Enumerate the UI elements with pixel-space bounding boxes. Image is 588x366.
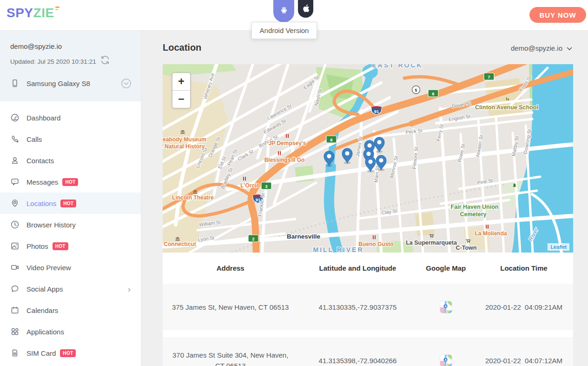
sidebar-item-label: Applications (26, 328, 64, 336)
sidebar-item-video-preview[interactable]: Video Preview (0, 257, 141, 278)
main-topbar: Location demo@spyzie.io (141, 30, 588, 64)
google-map-icon[interactable] (440, 354, 452, 366)
main-content: Location demo@spyzie.io (141, 30, 588, 366)
cell-time: 2020-01-22 04:07:12AM (475, 357, 573, 365)
map-label-lincoln-theatre: Lincoln Theatre (172, 194, 214, 201)
i-locations-icon (10, 199, 20, 208)
i-calendars-icon (10, 306, 20, 315)
refresh-icon[interactable] (99, 54, 110, 67)
sidebar-item-calls[interactable]: Calls (0, 128, 141, 150)
sidebar-item-browser-history[interactable]: Browser History (0, 214, 141, 235)
apple-icon (302, 4, 310, 14)
i-sim-icon (10, 348, 20, 358)
sidebar-item-calendars[interactable]: Calendars (0, 299, 141, 321)
spyzie-logo[interactable]: SPYZIE (7, 6, 59, 20)
sidebar-item-label: Locations (26, 200, 56, 207)
sidebar-item-sim-card[interactable]: SIM CardHOT (0, 342, 141, 364)
hot-badge: HOT (62, 178, 78, 186)
i-photos-icon (10, 241, 20, 251)
map-label-clinton-avenue-school: Clinton Avenue School (475, 104, 538, 111)
device-name: Samsung Galaxy S8 (26, 80, 90, 87)
sidebar: demo@spyzie.io Updated: Jul 25 2020 10:3… (0, 30, 141, 366)
logo-flag-icon (55, 7, 59, 10)
sidebar-item-photos[interactable]: PhotosHOT (0, 235, 141, 257)
svg-text:91: 91 (374, 109, 379, 114)
device-selector[interactable]: Samsung Galaxy S8 (0, 70, 141, 96)
chevron-down-icon (567, 44, 572, 52)
map-label-c-town: C-Town (456, 245, 477, 251)
account-dropdown[interactable]: demo@spyzie.io (511, 44, 572, 52)
google-map-icon[interactable] (440, 301, 452, 313)
logo-text-zie: ZIE (33, 6, 54, 20)
zoom-in-button[interactable]: + (172, 73, 190, 91)
locations-table: Address Latitude and Longitude Google Ma… (163, 253, 573, 366)
map-label-east-rock: EAST ROCK (372, 64, 423, 69)
table-body: 375 James St, New Haven, CT 0651341.3130… (163, 284, 573, 366)
sidebar-item-label: Contacts (26, 157, 54, 165)
column-header-address: Address (163, 264, 298, 272)
route-shield-6: 6 (428, 90, 438, 97)
route-shield-3: 3 (261, 182, 271, 189)
svg-text:6: 6 (330, 137, 332, 142)
column-header-googlemap: Google Map (417, 264, 475, 272)
sidebar-item-dashboard[interactable]: Dashboard (0, 107, 141, 128)
i-contacts-icon (10, 156, 20, 165)
last-updated-label: Updated: Jul 25 2020 10:31:21 (10, 58, 96, 65)
sidebar-item-label: Calendars (26, 306, 58, 314)
sidebar-item-messages[interactable]: MessagesHOT (0, 171, 141, 193)
location-map[interactable]: 6632759191 Whitney AveEagle StNash StLaw… (163, 64, 573, 253)
map-label-fair-haven-union: Fair Haven Union (451, 204, 499, 210)
i-social-icon (10, 284, 20, 293)
sidebar-item-contacts[interactable]: Contacts (0, 150, 141, 171)
svg-text:2: 2 (252, 236, 254, 241)
account-email: demo@spyzie.io (0, 30, 141, 50)
ios-version-button[interactable] (298, 0, 313, 18)
sidebar-item-label: Calls (26, 135, 42, 143)
sidebar-item-label: SIM Card (26, 349, 56, 357)
route-shield-6: 6 (326, 136, 337, 143)
map-label-connecticut: Connecticut (164, 241, 196, 247)
column-header-latlng: Latitude and Longitude (298, 264, 417, 272)
svg-text:5: 5 (415, 87, 417, 93)
map-label-l-orcio: L'Orcio (240, 182, 260, 189)
sidebar-menu: DashboardCallsContactsMessagesHOTLocatio… (0, 107, 141, 364)
zoom-out-button[interactable]: − (172, 91, 190, 108)
i-calls-icon (10, 134, 20, 144)
sidebar-item-label: Video Preview (26, 264, 71, 272)
buy-now-button[interactable]: BUY NOW (529, 7, 586, 23)
column-header-time: Location Time (475, 264, 573, 272)
sidebar-item-label: Photos (26, 242, 48, 250)
android-version-tooltip: Android Version (251, 22, 317, 39)
phone-icon (10, 79, 20, 88)
sidebar-item-locations[interactable]: LocationsHOT (0, 193, 141, 214)
android-version-button[interactable] (273, 0, 294, 22)
svg-text:7: 7 (488, 74, 490, 80)
map-label-jp-dempsey-s: JP Dempsey's (269, 140, 306, 146)
table-row: 375 James St, New Haven, CT 0651341.3130… (163, 284, 573, 330)
map-zoom-control: + − (172, 73, 191, 108)
i-history-icon (10, 220, 20, 229)
map-label-cemetery: Cemetery (460, 211, 487, 218)
map-label-bueno-gusto: Bueno Gusto (358, 241, 393, 247)
svg-text:6: 6 (432, 91, 434, 96)
table-header-row: Address Latitude and Longitude Google Ma… (163, 253, 573, 284)
sidebar-account-panel: demo@spyzie.io Updated: Jul 25 2020 10:3… (0, 30, 141, 101)
chevron-right-icon: › (128, 285, 131, 293)
i-messages-icon (10, 177, 20, 186)
sidebar-item-social-apps[interactable]: Social Apps› (0, 278, 141, 299)
sidebar-item-applications[interactable]: Applications (0, 321, 141, 342)
map-label-mill-river: MILL RIVER (313, 246, 363, 253)
chevron-down-circle-icon[interactable] (121, 78, 132, 89)
i-video-icon (10, 263, 20, 272)
route-shield-7: 7 (484, 73, 494, 80)
cell-address: 370 James St Suite 304, New Haven, CT 06… (163, 350, 298, 366)
cell-time: 2020-01-22 04:09:21AM (475, 303, 573, 311)
hot-badge: HOT (60, 349, 76, 357)
cell-address: 375 James St, New Haven, CT 06513 (163, 302, 298, 313)
route-shield-5: 5 (412, 86, 420, 94)
sidebar-item-label: Social Apps (26, 285, 63, 293)
android-icon (279, 6, 289, 17)
logo-text-spy: SPY (7, 6, 33, 20)
i-dashboard-icon (10, 113, 20, 122)
leaflet-attribution[interactable]: Leaflet (548, 243, 569, 251)
